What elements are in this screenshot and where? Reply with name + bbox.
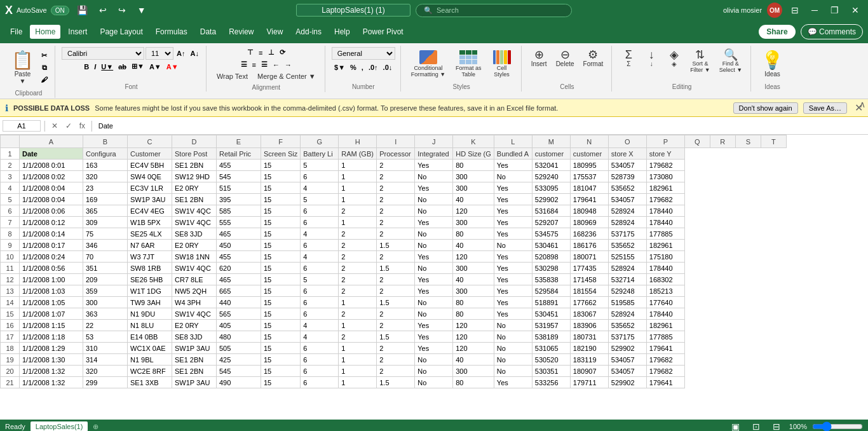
col-header-c[interactable]: C <box>128 135 172 148</box>
cell[interactable]: WC2E 8RF <box>128 366 172 377</box>
cell[interactable]: 528924 <box>608 308 646 320</box>
cell[interactable]: Yes <box>415 274 453 285</box>
cell[interactable]: 525155 <box>608 251 646 263</box>
cell[interactable]: 2 <box>377 366 415 377</box>
cell[interactable]: 40 <box>453 194 494 205</box>
cell[interactable]: Store Post <box>172 148 217 160</box>
cell[interactable]: 179641 <box>570 194 608 205</box>
cell[interactable]: W3 7JT <box>128 251 172 263</box>
cell[interactable]: Integrated <box>415 148 453 160</box>
cell[interactable]: 534057 <box>608 354 646 366</box>
orientation-button[interactable]: ⟳ <box>278 47 287 58</box>
cell[interactable]: 175537 <box>570 171 608 182</box>
cell[interactable]: No <box>415 240 453 251</box>
cell[interactable]: 40 <box>453 240 494 251</box>
cell[interactable]: 6 <box>301 217 339 228</box>
cell[interactable]: 440 <box>217 297 261 308</box>
cell[interactable]: 528739 <box>608 171 646 182</box>
menu-data[interactable]: Data <box>195 25 221 39</box>
col-header-s[interactable]: S <box>735 135 761 148</box>
cell[interactable]: 395 <box>217 194 261 205</box>
cell[interactable]: SE8 3JD <box>172 228 217 240</box>
cell[interactable]: 2 <box>377 285 415 297</box>
fill-color-button[interactable]: A▼ <box>147 62 163 72</box>
cell[interactable]: 1/1/2008 0:01 <box>20 160 83 171</box>
insert-function-button[interactable]: fx <box>77 120 88 132</box>
menu-addins[interactable]: Add-ins <box>290 25 327 39</box>
cell[interactable]: 6 <box>301 354 339 366</box>
cell[interactable]: 15 <box>261 194 301 205</box>
align-right-button[interactable]: ☰ <box>259 59 269 70</box>
cell[interactable]: 346 <box>83 240 128 251</box>
col-header-j[interactable]: J <box>415 135 453 148</box>
cell[interactable]: 529584 <box>532 285 570 297</box>
decrease-indent-button[interactable]: ← <box>271 60 281 70</box>
cell[interactable]: 505 <box>217 343 261 354</box>
cell[interactable]: No <box>494 240 532 251</box>
cell[interactable]: 300 <box>453 182 494 194</box>
cell[interactable]: No <box>415 366 453 377</box>
cell[interactable]: 75 <box>83 228 128 240</box>
cell[interactable]: 2 <box>339 308 377 320</box>
cell[interactable]: 6 <box>301 263 339 274</box>
cell[interactable]: 171458 <box>570 274 608 285</box>
number-format-select[interactable]: General <box>332 47 395 60</box>
cell[interactable]: 2 <box>377 308 415 320</box>
cell[interactable]: 537175 <box>608 228 646 240</box>
cell[interactable]: No <box>415 377 453 388</box>
col-header-o[interactable]: O <box>608 135 646 148</box>
cell[interactable]: 2 <box>339 263 377 274</box>
cell[interactable]: 15 <box>261 343 301 354</box>
cell[interactable]: Yes <box>494 182 532 194</box>
font-size-select[interactable]: 11 <box>146 47 173 60</box>
cell[interactable]: Yes <box>415 320 453 331</box>
cell[interactable]: 1 <box>339 354 377 366</box>
cell[interactable]: 1.5 <box>377 331 415 343</box>
cell[interactable]: 1/1/2008 0:12 <box>20 217 83 228</box>
cell[interactable]: No <box>494 343 532 354</box>
paste-button[interactable]: 📋 Paste ▼ <box>8 47 37 87</box>
menu-power-pivot[interactable]: Power Pivot <box>358 25 409 39</box>
increase-decimal-button[interactable]: .0↑ <box>367 62 380 72</box>
cell[interactable]: 2 <box>377 171 415 182</box>
cell[interactable]: 22 <box>83 320 128 331</box>
cell[interactable]: No <box>415 297 453 308</box>
cell[interactable]: 178440 <box>646 217 684 228</box>
cell[interactable]: 531065 <box>532 343 570 354</box>
cell[interactable]: WC1X 0AE <box>128 343 172 354</box>
cell[interactable]: Yes <box>494 308 532 320</box>
cell[interactable]: 320 <box>83 171 128 182</box>
cell[interactable]: SE8 3JD <box>172 331 217 343</box>
cell[interactable]: 2 <box>377 194 415 205</box>
cell[interactable]: 15 <box>261 263 301 274</box>
merge-center-button[interactable]: Merge & Center ▼ <box>254 71 320 81</box>
col-header-i[interactable]: I <box>377 135 415 148</box>
fill-button[interactable]: ↓ ↓ <box>641 47 661 75</box>
save-as-button[interactable]: Save As… <box>803 102 847 114</box>
cell[interactable]: 15 <box>261 297 301 308</box>
menu-file[interactable]: File <box>5 25 27 39</box>
cell[interactable]: 182961 <box>646 240 684 251</box>
cell[interactable]: SE1 2BN <box>172 160 217 171</box>
cell[interactable]: 40 <box>453 354 494 366</box>
cell[interactable]: 180071 <box>570 251 608 263</box>
cell[interactable]: Date <box>20 148 83 160</box>
cell[interactable]: Yes <box>415 182 453 194</box>
cell[interactable]: 179682 <box>646 160 684 171</box>
cell[interactable]: 1 <box>339 217 377 228</box>
minimize-button[interactable]: ─ <box>808 4 822 17</box>
format-button[interactable]: ⚙ Format <box>580 47 607 69</box>
cell[interactable]: No <box>415 354 453 366</box>
cell[interactable]: Screen Siz <box>261 148 301 160</box>
cell[interactable]: 520898 <box>532 251 570 263</box>
layout-view-button[interactable]: ⊡ <box>749 420 764 431</box>
cell[interactable]: 450 <box>217 240 261 251</box>
cell[interactable]: 565 <box>217 308 261 320</box>
cell[interactable]: Yes <box>415 343 453 354</box>
cell[interactable]: 183906 <box>570 320 608 331</box>
cell[interactable]: SW12 9HD <box>172 171 217 182</box>
cell[interactable]: 6 <box>301 240 339 251</box>
cancel-formula-button[interactable]: ✕ <box>49 120 60 132</box>
cell[interactable]: Processor <box>377 148 415 160</box>
cell[interactable]: 15 <box>261 240 301 251</box>
